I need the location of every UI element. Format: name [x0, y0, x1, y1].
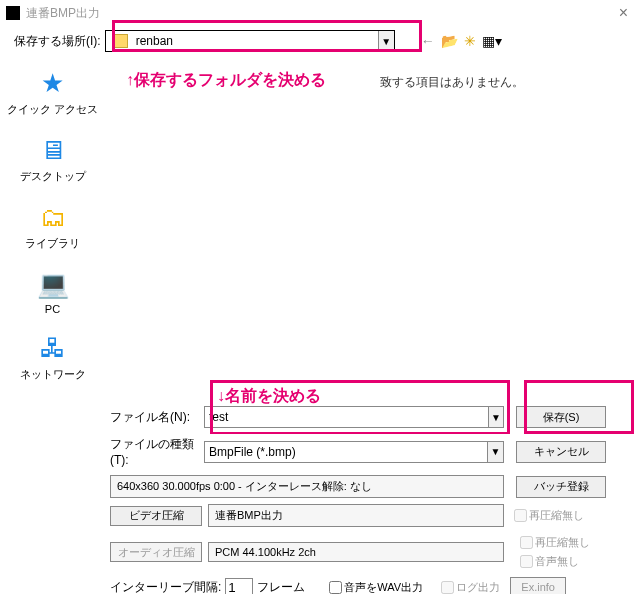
- chevron-down-icon[interactable]: ▼: [378, 31, 394, 51]
- sidebar-item-pc[interactable]: 💻 PC: [0, 269, 105, 315]
- interleave-frame: フレーム: [257, 579, 305, 595]
- window-title: 連番BMP出力: [26, 5, 609, 22]
- new-folder-icon[interactable]: ✳: [464, 33, 476, 49]
- view-menu-icon[interactable]: ▦▾: [482, 33, 502, 49]
- close-button[interactable]: ×: [609, 4, 638, 22]
- filetype-value: BmpFile (*.bmp): [205, 445, 487, 459]
- audio-codec-value: PCM 44.100kHz 2ch: [208, 542, 504, 562]
- interleave-input[interactable]: [225, 578, 253, 594]
- annotation-name-hint: ↓名前を決める: [217, 386, 321, 407]
- network-icon: 🖧: [35, 333, 71, 363]
- folder-icon: [112, 34, 128, 48]
- filename-label: ファイル名(N):: [110, 409, 204, 426]
- no-recompress-audio-check[interactable]: 再圧縮無し: [516, 533, 590, 552]
- desktop-icon: 🖥: [35, 135, 71, 165]
- filename-input[interactable]: [205, 410, 488, 424]
- pc-icon: 💻: [35, 269, 71, 299]
- folder-combo[interactable]: renban ▼: [105, 30, 395, 52]
- sidebar-item-libraries[interactable]: 🗂 ライブラリ: [0, 202, 105, 251]
- libraries-icon: 🗂: [35, 202, 71, 232]
- save-button[interactable]: 保存(S): [516, 406, 606, 428]
- app-icon: [6, 6, 20, 20]
- no-audio-check[interactable]: 音声無し: [516, 552, 590, 571]
- filetype-label: ファイルの種類(T):: [110, 436, 204, 467]
- log-output-check[interactable]: ログ出力: [437, 578, 500, 595]
- interleave-label: インターリーブ間隔:: [110, 579, 221, 595]
- exinfo-button: Ex.info: [510, 577, 566, 594]
- video-compress-button[interactable]: ビデオ圧縮: [110, 506, 202, 526]
- batch-button[interactable]: バッチ登録: [516, 476, 606, 498]
- up-folder-icon[interactable]: 📂: [441, 33, 458, 49]
- star-icon: ★: [35, 68, 71, 98]
- sidebar-item-desktop[interactable]: 🖥 デスクトップ: [0, 135, 105, 184]
- back-icon[interactable]: ←: [421, 33, 435, 49]
- audio-compress-button: オーディオ圧縮: [110, 542, 202, 562]
- file-list-area[interactable]: 致する項目はありません。: [105, 56, 644, 392]
- folder-combo-text: renban: [134, 34, 378, 48]
- cancel-button[interactable]: キャンセル: [516, 441, 606, 463]
- wav-output-check[interactable]: 音声をWAV出力: [325, 578, 423, 595]
- sidebar-item-quickaccess[interactable]: ★ クイック アクセス: [0, 68, 105, 117]
- sidebar-item-network[interactable]: 🖧 ネットワーク: [0, 333, 105, 382]
- filename-dropdown[interactable]: ▼: [488, 407, 503, 427]
- no-recompress-video-check[interactable]: 再圧縮無し: [510, 506, 584, 525]
- filetype-dropdown[interactable]: ▼: [487, 442, 503, 462]
- status-info: 640x360 30.000fps 0:00 - インターレース解除: なし: [110, 475, 504, 498]
- empty-message: 致する項目はありません。: [380, 74, 524, 91]
- places-sidebar: ★ クイック アクセス 🖥 デスクトップ 🗂 ライブラリ 💻 PC 🖧 ネットワ…: [0, 56, 105, 392]
- save-location-label: 保存する場所(I):: [14, 33, 101, 50]
- video-codec-value: 連番BMP出力: [208, 504, 504, 527]
